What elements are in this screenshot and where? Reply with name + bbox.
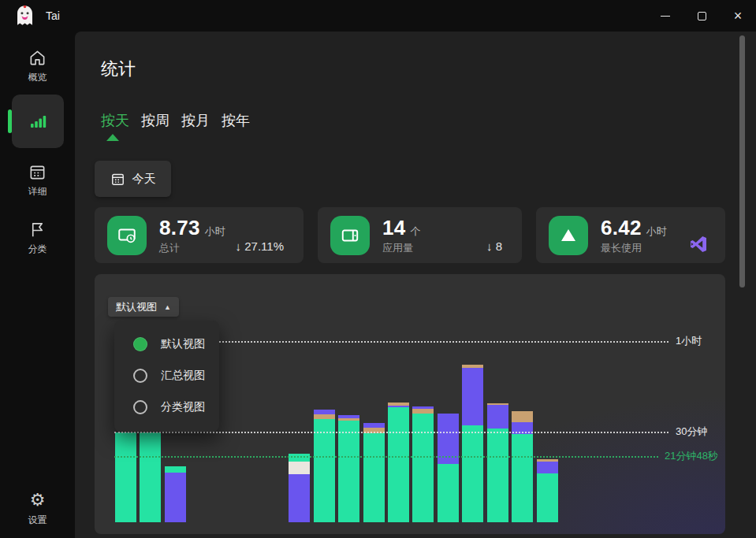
dropdown-option-label: 默认视图: [161, 337, 205, 351]
bar-segment-tan: [487, 403, 508, 405]
stat-unit: 小时: [205, 224, 225, 239]
bar-segment-green: [438, 464, 459, 522]
bar-segment-tan: [537, 459, 558, 462]
tab-by-week[interactable]: 按周: [141, 111, 169, 130]
bar-segment-purple: [338, 415, 359, 418]
dropdown-option-category-view[interactable]: 分类视图: [114, 391, 219, 423]
stat-value: 14: [382, 216, 406, 240]
bar-segment-purple: [462, 368, 483, 425]
vertical-scrollbar-thumb[interactable]: [739, 35, 745, 288]
view-selector-label: 默认视图: [116, 300, 157, 314]
close-button[interactable]: ×: [720, 0, 756, 32]
bar-segment-purple: [314, 410, 335, 414]
bar-segment-green: [412, 414, 434, 522]
bar-segment-tan: [412, 409, 434, 414]
screen-time-icon: [107, 216, 147, 255]
gridline-average: [114, 456, 658, 458]
bar-segment-green: [363, 433, 385, 522]
sidebar-item-label: 概览: [28, 71, 47, 84]
calendar-icon: [28, 163, 47, 181]
calendar-icon: [110, 172, 125, 187]
bar-segment-green: [537, 473, 558, 522]
sidebar-item-label: 设置: [28, 514, 47, 527]
apps-icon: [330, 216, 370, 255]
usage-chart-card: 1小时 30分钟 21分钟48秒 默认视图 ▲ 默认视图 汇总视图 分类视图: [95, 274, 725, 534]
bar-segment-purple: [388, 406, 409, 407]
stat-card-longest-used: 6.42 小时 最长使用: [536, 207, 725, 263]
sidebar-item-settings[interactable]: ⚙ 设置: [0, 491, 75, 527]
chevron-up-icon: ▲: [164, 303, 171, 311]
bar-segment-white: [289, 462, 310, 474]
bar-segment-green: [115, 432, 136, 522]
bar-segment-purple: [412, 406, 434, 409]
maximize-button[interactable]: [683, 0, 720, 32]
minimize-icon: [661, 16, 670, 17]
bar-segment-purple: [289, 474, 310, 522]
stat-card-app-count: 14 个 应用量 ↓ 8: [318, 207, 522, 263]
stat-delta: ↓ 8: [486, 239, 502, 253]
stat-value: 6.42: [601, 216, 642, 240]
titlebar: Tai ×: [0, 0, 756, 32]
sidebar-item-statistics[interactable]: [12, 95, 64, 148]
view-dropdown-menu: 默认视图 汇总视图 分类视图: [114, 321, 219, 432]
dropdown-option-default-view[interactable]: 默认视图: [114, 328, 219, 360]
visual-studio-icon: [689, 235, 708, 254]
bar-segment-purple: [363, 423, 385, 428]
sidebar-item-detail[interactable]: 详细: [0, 163, 75, 199]
bar-segment-green: [338, 421, 359, 522]
dropdown-option-label: 分类视图: [161, 400, 205, 414]
window-controls: ×: [647, 0, 756, 32]
close-icon: ×: [734, 9, 743, 23]
maximize-icon: [698, 12, 706, 20]
tab-by-day[interactable]: 按天: [101, 111, 129, 130]
sidebar-item-overview[interactable]: 概览: [0, 49, 75, 84]
stat-label: 总计: [159, 241, 225, 255]
triangle-up-icon: [549, 216, 588, 255]
sidebar-item-label: 详细: [28, 185, 47, 199]
main-content: 统计 按天 按周 按月 按年 今天: [75, 32, 756, 538]
period-tabs: 按天 按周 按月 按年: [101, 111, 262, 130]
bar-segment-green: [487, 429, 508, 522]
bar-segment-green: [140, 432, 161, 522]
active-tab-indicator-icon: [106, 134, 119, 141]
stat-unit: 小时: [646, 224, 667, 239]
gridline-label-1h: 1小时: [676, 334, 702, 348]
stat-value: 8.73: [159, 216, 200, 240]
bar-segment-purple: [487, 405, 508, 429]
bar-segment-purple: [537, 462, 558, 473]
gear-icon: ⚙: [30, 491, 46, 510]
bar-segment-green: [314, 419, 335, 522]
today-button-label: 今天: [132, 172, 156, 187]
radio-unselected-icon: [133, 400, 147, 414]
sidebar-item-category[interactable]: 分类: [0, 221, 75, 256]
app-title: Tai: [46, 0, 60, 32]
stat-unit: 个: [411, 224, 421, 239]
bar-chart-icon: [28, 112, 47, 131]
gridline-label-30m: 30分钟: [676, 425, 707, 439]
stat-card-total: 8.73 小时 总计 ↓ 27.11%: [95, 207, 304, 263]
page-title: 统计: [101, 58, 136, 81]
stat-label: 最长使用: [601, 241, 667, 255]
stat-label: 应用量: [382, 241, 421, 255]
minimize-button[interactable]: [647, 0, 683, 32]
ghost-logo-icon: [14, 5, 35, 27]
bar-segment-green: [165, 466, 186, 473]
view-selector-button[interactable]: 默认视图 ▲: [108, 297, 179, 317]
radio-unselected-icon: [133, 369, 147, 383]
stat-cards-row: 8.73 小时 总计 ↓ 27.11% 14 个 应用量: [95, 207, 725, 263]
tab-by-month[interactable]: 按月: [181, 111, 210, 130]
flag-icon: [28, 221, 47, 239]
dropdown-option-label: 汇总视图: [161, 369, 205, 383]
sidebar: 概览 详细 分类: [0, 32, 75, 538]
bar-segment-green: [512, 434, 533, 522]
sidebar-item-label: 分类: [28, 243, 47, 256]
today-button[interactable]: 今天: [95, 161, 171, 197]
bar-segment-green: [462, 425, 483, 522]
tab-by-year[interactable]: 按年: [222, 111, 250, 130]
radio-selected-icon: [133, 337, 147, 351]
bar-segment-tan: [462, 365, 483, 368]
bar-segment-tan: [314, 414, 335, 419]
dropdown-option-summary-view[interactable]: 汇总视图: [114, 360, 219, 391]
bar-segment-purple: [165, 473, 186, 522]
gridline-30m: [114, 432, 668, 433]
